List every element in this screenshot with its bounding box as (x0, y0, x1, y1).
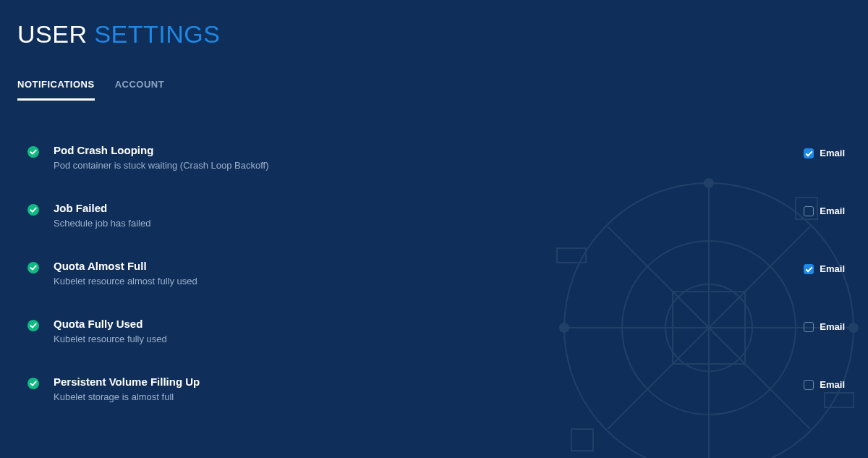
email-toggle[interactable]: Email (804, 375, 845, 390)
notification-description: Kubelet resource almost fully used (54, 275, 804, 288)
check-circle-icon (27, 146, 39, 158)
check-circle-icon (27, 262, 39, 273)
email-label: Email (820, 148, 845, 158)
notification-description: Kubelet resource fully used (54, 333, 804, 346)
notification-list: Pod Crash Looping Pod container is stuck… (17, 133, 851, 423)
notification-title: Quota Fully Used (54, 317, 804, 331)
notification-title: Pod Crash Looping (54, 143, 804, 158)
email-label: Email (820, 379, 845, 390)
status-col (27, 143, 54, 158)
status-col (27, 201, 54, 216)
email-checkbox[interactable] (804, 322, 814, 332)
notification-title: Quota Almost Full (54, 259, 804, 273)
email-toggle[interactable]: Email (804, 259, 845, 274)
notification-title: Persistent Volume Filling Up (54, 375, 804, 389)
notification-title: Job Failed (54, 201, 804, 216)
email-label: Email (820, 205, 845, 216)
status-col (27, 259, 54, 273)
svg-rect-9 (571, 429, 593, 451)
email-checkbox[interactable] (804, 380, 814, 390)
notification-row: Quota Almost Full Kubelet resource almos… (17, 249, 851, 307)
page-title: USER SETTINGS (17, 20, 851, 48)
email-toggle[interactable]: Email (804, 201, 845, 216)
notification-row: Pod Crash Looping Pod container is stuck… (17, 133, 851, 191)
check-circle-icon (27, 320, 39, 331)
svg-point-19 (27, 320, 39, 331)
notification-text: Persistent Volume Filling Up Kubelet sto… (54, 375, 804, 404)
notification-row: Job Failed Schedule job has failed Email (17, 191, 851, 249)
notification-text: Pod Crash Looping Pod container is stuck… (54, 143, 804, 172)
email-checkbox[interactable] (804, 206, 814, 216)
notification-row: Persistent Volume Filling Up Kubelet sto… (17, 365, 851, 423)
svg-point-20 (27, 378, 39, 389)
email-label: Email (820, 263, 845, 274)
svg-point-17 (27, 204, 39, 216)
tab-account[interactable]: ACCOUNT (115, 79, 165, 101)
email-checkbox[interactable] (804, 148, 814, 158)
page-title-part1: USER (17, 20, 94, 48)
email-toggle[interactable]: Email (804, 317, 845, 332)
status-col (27, 317, 54, 331)
check-circle-icon (27, 204, 39, 216)
notification-text: Quota Almost Full Kubelet resource almos… (54, 259, 804, 288)
email-toggle[interactable]: Email (804, 143, 845, 158)
notification-text: Job Failed Schedule job has failed (54, 201, 804, 230)
notification-row: Quota Fully Used Kubelet resource fully … (17, 307, 851, 365)
notification-text: Quota Fully Used Kubelet resource fully … (54, 317, 804, 346)
status-col (27, 375, 54, 389)
notification-description: Pod container is stuck waiting (Crash Lo… (54, 159, 804, 172)
notification-description: Schedule job has failed (54, 217, 804, 230)
email-checkbox[interactable] (804, 264, 814, 274)
svg-point-18 (27, 262, 39, 273)
settings-tabs: NOTIFICATIONS ACCOUNT (17, 79, 851, 101)
check-circle-icon (27, 378, 39, 389)
tab-notifications[interactable]: NOTIFICATIONS (17, 79, 95, 101)
email-label: Email (820, 321, 845, 332)
page-title-part2: SETTINGS (94, 20, 220, 48)
svg-point-16 (27, 146, 39, 158)
notification-description: Kubelet storage is almost full (54, 391, 804, 404)
